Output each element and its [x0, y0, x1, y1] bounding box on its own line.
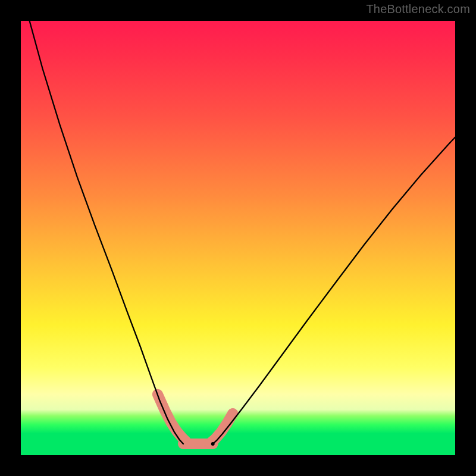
plot-area [21, 21, 455, 455]
curves-svg [21, 21, 455, 455]
left-curve [30, 21, 183, 444]
left-highlight-segment [158, 394, 186, 441]
right-highlight-segment [210, 414, 233, 443]
watermark-text: TheBottleneck.com [366, 2, 470, 16]
knee-dot [211, 442, 215, 446]
right-curve [213, 137, 455, 444]
chart-container: TheBottleneck.com [0, 0, 476, 476]
